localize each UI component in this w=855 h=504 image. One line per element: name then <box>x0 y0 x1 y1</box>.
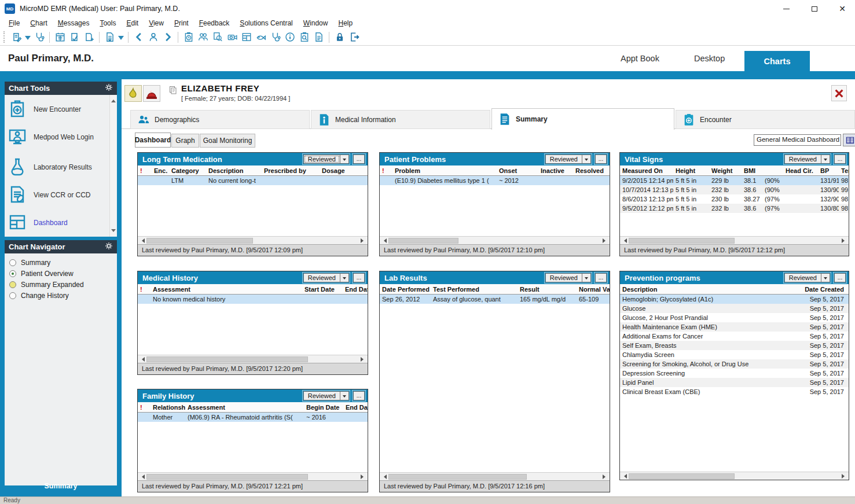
more-options-button[interactable]: ... <box>834 154 846 164</box>
more-options-button[interactable]: ... <box>834 273 846 282</box>
tab-demographics[interactable]: Demographics <box>130 110 310 129</box>
add-document-icon[interactable] <box>82 30 96 45</box>
sidebar-item-dashboard[interactable]: Dashboard <box>8 213 107 233</box>
column-header[interactable]: Test Performed <box>431 286 518 293</box>
column-header[interactable]: Enc. <box>152 167 169 174</box>
table-row[interactable]: Sep 26, 2012Assay of glucose, quant165 m… <box>380 295 610 304</box>
menu-feedback[interactable]: Feedback <box>194 19 235 27</box>
column-header[interactable]: End Date <box>343 404 368 411</box>
nav-option-change-history[interactable]: Change History <box>5 290 117 301</box>
nav-option-patient-overview[interactable]: Patient Overview <box>5 268 117 279</box>
table-row[interactable]: Mother(M06.9) RA - Rheumatoid arthritis … <box>138 413 368 422</box>
sidebar-item-laboratory-results[interactable]: Laboratory Results <box>8 157 107 177</box>
column-header[interactable]: Dosage <box>320 167 367 174</box>
reviewed-dropdown-button[interactable] <box>582 273 591 282</box>
column-header[interactable]: Height <box>673 167 709 174</box>
find-chart-icon[interactable] <box>210 30 225 45</box>
information-icon[interactable] <box>282 30 297 45</box>
stethoscope-icon[interactable] <box>32 30 46 45</box>
table-row[interactable]: Lipid PanelSep 5, 2017 <box>620 378 849 387</box>
column-header[interactable]: Relationship <box>151 404 185 411</box>
note-dropdown-icon[interactable] <box>117 30 125 45</box>
column-header[interactable]: ! <box>138 167 152 174</box>
column-header[interactable]: Temp <box>839 167 849 174</box>
scrollbar-thumb[interactable] <box>146 474 308 480</box>
reviewed-button[interactable]: Reviewed <box>303 391 340 400</box>
chart-dropdown-icon[interactable] <box>24 30 32 45</box>
table-row[interactable]: Hemoglobin; Glycosylated (A1c)Sep 5, 201… <box>620 295 849 304</box>
nav-option-summary-expanded[interactable]: Summary Expanded <box>5 279 117 290</box>
more-options-button[interactable]: ... <box>595 154 607 164</box>
table-row[interactable]: 8/6/2013 12:13 pm5 ft 5 in230 lb38.27(97… <box>620 194 849 204</box>
next-patient-icon[interactable] <box>160 30 175 45</box>
column-header[interactable]: Description <box>620 286 794 293</box>
column-header[interactable]: Description <box>206 167 262 174</box>
scrollbar-thumb[interactable] <box>629 473 735 479</box>
scroll-left-icon[interactable] <box>140 238 145 243</box>
reviewed-dropdown-button[interactable] <box>340 154 349 164</box>
horizontal-scrollbar[interactable] <box>138 472 368 480</box>
subtab-graph[interactable]: Graph <box>171 134 199 148</box>
table-row[interactable]: 10/7/2014 12:13 pm5 ft 5 in232 lb38.6(90… <box>620 185 849 194</box>
allergy-alert-button[interactable] <box>124 85 142 102</box>
horizontal-scrollbar[interactable] <box>620 236 849 244</box>
new-note-icon[interactable] <box>102 30 117 45</box>
table-row[interactable]: No known medical history <box>138 295 368 304</box>
column-header[interactable]: Resolved <box>573 167 609 174</box>
menu-tools[interactable]: Tools <box>94 19 121 27</box>
scroll-left-icon[interactable] <box>622 474 627 479</box>
table-row[interactable]: GlucoseSep 5, 2017 <box>620 304 849 313</box>
exit-icon[interactable] <box>347 30 361 45</box>
menu-file[interactable]: File <box>3 19 25 27</box>
table-row[interactable]: Screening for Smoking, Alcohol, or Drug … <box>620 359 849 369</box>
chart-tools-scrollbar[interactable] <box>109 95 117 237</box>
scrollbar-thumb[interactable] <box>146 356 308 362</box>
column-header[interactable]: Onset <box>497 167 538 174</box>
patient-note-icon[interactable] <box>168 86 178 95</box>
menu-solutions-central[interactable]: Solutions Central <box>234 19 298 27</box>
menu-edit[interactable]: Edit <box>121 19 144 27</box>
reviewed-dropdown-button[interactable] <box>340 391 349 400</box>
reviewed-dropdown-button[interactable] <box>821 154 830 164</box>
open-chart-icon[interactable] <box>9 30 24 45</box>
scroll-left-icon[interactable] <box>381 238 387 243</box>
nav-option-summary[interactable]: Summary <box>5 257 117 268</box>
column-header[interactable]: ! <box>138 404 151 411</box>
reviewed-dropdown-button[interactable] <box>821 273 830 282</box>
column-header[interactable]: Date Created <box>794 286 849 293</box>
minimize-button[interactable] <box>773 1 799 16</box>
column-header[interactable]: BMI <box>742 167 762 174</box>
previous-patient-icon[interactable] <box>131 30 146 45</box>
scroll-right-icon[interactable] <box>603 238 608 243</box>
gear-icon[interactable] <box>105 83 113 93</box>
reviewed-button[interactable]: Reviewed <box>784 273 821 282</box>
column-header[interactable]: Head Cir. <box>783 167 818 174</box>
column-header[interactable]: ! <box>138 286 151 293</box>
table-row[interactable]: Clinical Breast Exam (CBE)Sep 5, 2017 <box>620 387 849 396</box>
column-header[interactable]: Category <box>169 167 206 174</box>
column-header[interactable]: Assessment <box>185 404 304 411</box>
nav-appt-book[interactable]: Appt Book <box>621 54 659 63</box>
scrollbar-thumb[interactable] <box>629 238 735 244</box>
more-options-button[interactable]: ... <box>595 273 607 282</box>
column-header[interactable]: Normal Values <box>577 286 610 293</box>
reviewed-button[interactable]: Reviewed <box>303 154 340 164</box>
menu-view[interactable]: View <box>144 19 169 27</box>
column-header[interactable]: Prescribed by <box>262 167 320 174</box>
scroll-right-icon[interactable] <box>842 474 847 479</box>
scrollbar-thumb[interactable] <box>388 474 527 480</box>
subtab-goal-monitoring[interactable]: Goal Monitoring <box>200 134 255 148</box>
reviewed-dropdown-button[interactable] <box>582 154 591 164</box>
column-header[interactable]: BP <box>818 167 839 174</box>
scroll-left-icon[interactable] <box>140 474 145 479</box>
sidebar-item-view-ccr-ccd[interactable]: View CCR or CCD <box>8 185 107 205</box>
horizontal-scrollbar[interactable] <box>138 236 368 244</box>
column-header[interactable]: ! <box>380 167 392 174</box>
scroll-right-icon[interactable] <box>361 357 366 362</box>
tab-summary[interactable]: Summary <box>491 108 674 130</box>
chart-window-icon[interactable] <box>239 30 254 45</box>
nav-charts[interactable]: Charts <box>744 51 810 72</box>
subtab-dashboard[interactable]: Dashboard <box>135 133 171 148</box>
reviewed-button[interactable]: Reviewed <box>784 154 821 164</box>
menu-chart[interactable]: Chart <box>25 19 52 27</box>
